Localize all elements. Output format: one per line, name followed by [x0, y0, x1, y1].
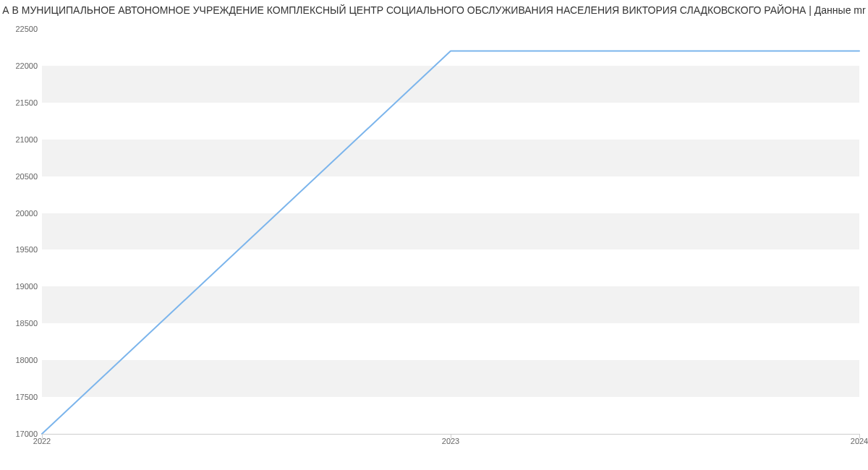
y-tick-label: 19500	[15, 245, 38, 254]
chart-container: А В МУНИЦИПАЛЬНОЕ АВТОНОМНОЕ УЧРЕЖДЕНИЕ …	[0, 0, 868, 470]
y-tick-label: 21000	[15, 135, 38, 144]
y-tick-label: 20000	[15, 209, 38, 218]
y-tick-label: 21500	[15, 98, 38, 107]
x-tick-mark	[859, 434, 860, 438]
y-tick-label: 18000	[15, 356, 38, 364]
y-tick-label: 22000	[15, 61, 38, 70]
x-tick-mark	[451, 434, 451, 438]
y-tick-label: 22500	[15, 25, 38, 33]
line-series	[42, 29, 859, 434]
y-tick-label: 17500	[15, 393, 38, 401]
x-tick-mark	[42, 434, 43, 438]
chart-title: А В МУНИЦИПАЛЬНОЕ АВТОНОМНОЕ УЧРЕЖДЕНИЕ …	[0, 4, 868, 16]
plot-area	[42, 29, 859, 434]
y-tick-label: 19000	[15, 282, 38, 291]
y-tick-label: 20500	[15, 172, 38, 181]
y-tick-label: 18500	[15, 319, 38, 328]
